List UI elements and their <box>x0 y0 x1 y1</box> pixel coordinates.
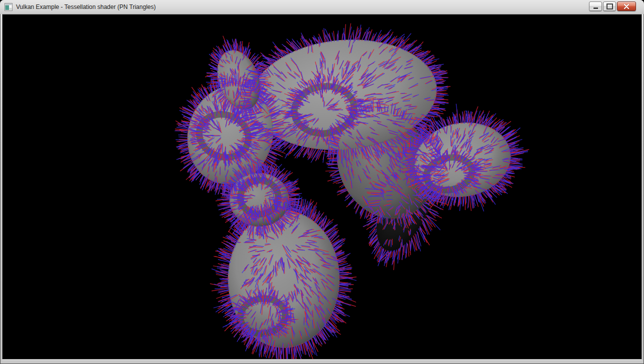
application-window: Vulkan Example - Tessellation shader (PN… <box>0 0 644 364</box>
close-button[interactable] <box>617 2 636 11</box>
minimize-button[interactable] <box>589 2 602 11</box>
application-icon-image <box>4 3 12 11</box>
close-icon <box>624 4 630 9</box>
render-area <box>2 14 642 360</box>
maximize-button[interactable] <box>603 2 616 11</box>
titlebar[interactable]: Vulkan Example - Tessellation shader (PN… <box>0 0 644 14</box>
window-title: Vulkan Example - Tessellation shader (PN… <box>16 4 156 10</box>
maximize-icon <box>606 4 613 10</box>
window-controls <box>589 2 636 11</box>
render-viewport[interactable] <box>2 14 642 359</box>
application-icon[interactable] <box>4 3 12 11</box>
minimize-icon <box>594 8 598 9</box>
